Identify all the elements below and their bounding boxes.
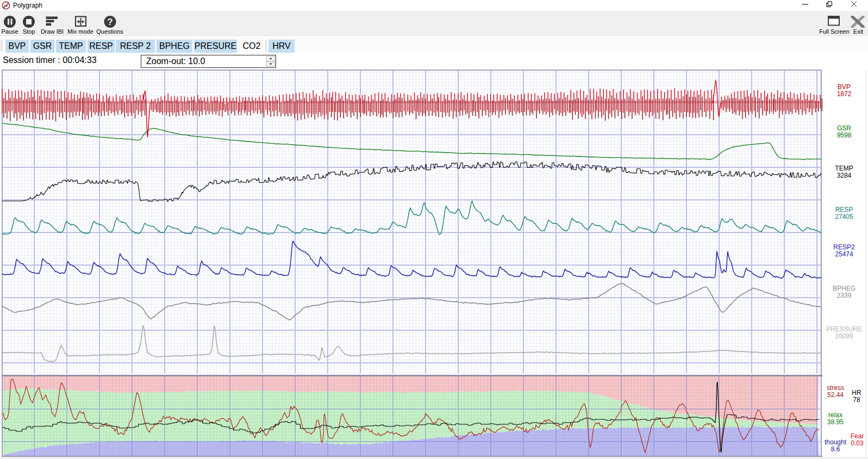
svg-text:?: ? [107,17,113,27]
svg-text:Lk: Lk [4,4,8,8]
